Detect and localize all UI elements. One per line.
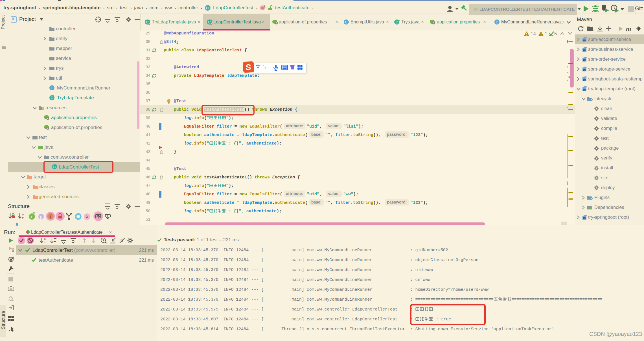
svg-text:C: C [395,20,398,24]
svg-text:9: 9 [12,248,14,253]
svg-text:z: z [44,241,46,244]
svg-text:m: m [583,48,586,52]
svg-text:C: C [345,20,347,24]
svg-text:m: m [261,6,264,10]
svg-text:C: C [496,20,498,24]
svg-text:m: m [583,68,586,72]
svg-text:S: S [246,62,251,72]
svg-text:m: m [583,216,586,220]
svg-text:m: m [583,78,586,82]
svg-text:C: C [206,6,209,10]
svg-text:m: m [583,88,586,91]
svg-text:G: G [592,29,594,32]
svg-text:a: a [22,213,24,216]
svg-text:z: z [22,216,24,220]
svg-text:I: I [31,215,32,219]
svg-text:λ: λ [86,214,88,219]
svg-text:C: C [51,96,53,100]
svg-text:p: p [40,214,42,219]
svg-text:m: m [583,38,586,42]
svg-text:C: C [51,86,53,90]
svg-text:m: m [583,58,586,62]
svg-text:a: a [44,237,46,241]
